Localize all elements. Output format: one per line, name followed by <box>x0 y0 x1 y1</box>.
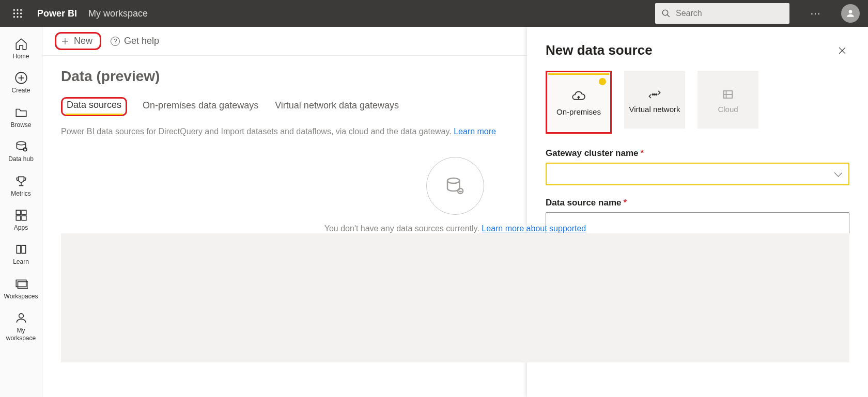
get-help-button[interactable]: ? Get help <box>111 36 159 46</box>
svg-point-28 <box>447 178 459 183</box>
tab-on-prem-gateways[interactable]: On-premises data gateways <box>142 97 259 116</box>
svg-point-8 <box>20 16 22 18</box>
nav-label: Home <box>12 53 29 60</box>
svg-line-10 <box>667 14 670 17</box>
help-icon: ? <box>111 37 120 46</box>
search-box[interactable] <box>655 3 789 24</box>
nav-create[interactable]: Create <box>3 68 39 97</box>
folder-icon <box>14 106 28 119</box>
person-icon <box>845 8 856 19</box>
nav-label: Data hub <box>8 155 34 163</box>
workspaces-icon <box>14 277 28 291</box>
data-hub-icon <box>14 140 28 153</box>
svg-point-15 <box>17 141 25 145</box>
close-icon <box>837 45 847 56</box>
nav-browse[interactable]: Browse <box>3 103 39 132</box>
book-icon <box>14 243 28 256</box>
svg-point-7 <box>17 16 18 18</box>
svg-point-2 <box>20 9 22 11</box>
database-icon <box>445 176 466 196</box>
svg-rect-21 <box>16 216 21 220</box>
nav-metrics[interactable]: Metrics <box>3 171 39 200</box>
svg-point-5 <box>20 12 22 14</box>
topbar: Power BI My workspace ⋯ <box>0 0 868 27</box>
nav-label: Browse <box>10 121 31 129</box>
main-content: New ? Get help Data (preview) Data sourc… <box>42 27 868 397</box>
svg-point-34 <box>656 93 657 94</box>
description-text: Power BI data sources for DirectQuery an… <box>61 127 849 136</box>
nav-workspaces[interactable]: Workspaces <box>3 274 39 303</box>
nav-label: Apps <box>14 224 28 231</box>
nav-data-hub[interactable]: Data hub <box>3 137 39 166</box>
svg-point-33 <box>654 93 655 94</box>
nav-learn[interactable]: Learn <box>3 240 39 268</box>
apps-icon <box>14 209 28 222</box>
new-button-label: New <box>74 36 92 46</box>
svg-rect-19 <box>16 210 21 215</box>
svg-rect-20 <box>22 210 26 215</box>
get-help-label: Get help <box>124 36 159 46</box>
panel-title: New data source <box>546 42 653 58</box>
person-icon <box>14 311 28 325</box>
trophy-icon <box>14 174 28 188</box>
nav-label: Create <box>11 87 30 94</box>
nav-apps[interactable]: Apps <box>3 205 39 234</box>
empty-state-icon <box>426 157 484 215</box>
nav-label: Workspaces <box>4 293 38 300</box>
svg-point-1 <box>17 9 18 11</box>
panel-header: New data source <box>546 42 849 58</box>
more-options-button[interactable]: ⋯ <box>806 4 825 23</box>
app-launcher-icon[interactable] <box>8 4 27 23</box>
search-icon <box>661 9 671 18</box>
tab-vnet-gateways[interactable]: Virtual network data gateways <box>274 97 400 116</box>
svg-point-11 <box>849 10 853 13</box>
svg-point-9 <box>662 10 668 15</box>
tab-data-sources[interactable]: Data sources <box>66 97 122 115</box>
search-input[interactable] <box>676 9 783 18</box>
workspace-name: My workspace <box>88 8 148 19</box>
content-area: Data (preview) Data sources On-premises … <box>42 56 868 397</box>
svg-point-3 <box>13 12 15 14</box>
svg-point-25 <box>19 313 23 318</box>
svg-point-0 <box>13 9 15 11</box>
svg-point-4 <box>17 12 18 14</box>
brand-title: Power BI <box>37 8 77 19</box>
page-title: Data (preview) <box>61 68 849 85</box>
nav-my-workspace[interactable]: My workspace <box>3 308 39 345</box>
nav-home[interactable]: Home <box>3 34 39 63</box>
new-button[interactable]: New <box>56 34 100 49</box>
tabs: Data sources On-premises data gateways V… <box>61 97 849 117</box>
svg-point-32 <box>652 93 653 94</box>
close-panel-button[interactable] <box>835 43 849 58</box>
home-icon <box>14 37 28 51</box>
nav-label: My workspace <box>3 327 39 342</box>
empty-state-learn-more-link[interactable]: Learn more about supported <box>482 224 586 233</box>
create-icon <box>14 71 28 85</box>
plus-icon <box>60 37 70 46</box>
description-learn-more-link[interactable]: Learn more <box>454 127 496 136</box>
empty-state-text: You don't have any data sources currentl… <box>324 224 586 233</box>
background-fill <box>61 233 849 362</box>
svg-point-6 <box>13 16 15 18</box>
nav-label: Metrics <box>11 190 31 197</box>
nav-label: Learn <box>13 258 29 265</box>
svg-rect-22 <box>22 216 26 220</box>
empty-state: You don't have any data sources currentl… <box>61 157 849 233</box>
left-nav: Home Create Browse Data hub Metrics Apps… <box>0 27 42 397</box>
user-avatar[interactable] <box>841 4 860 23</box>
